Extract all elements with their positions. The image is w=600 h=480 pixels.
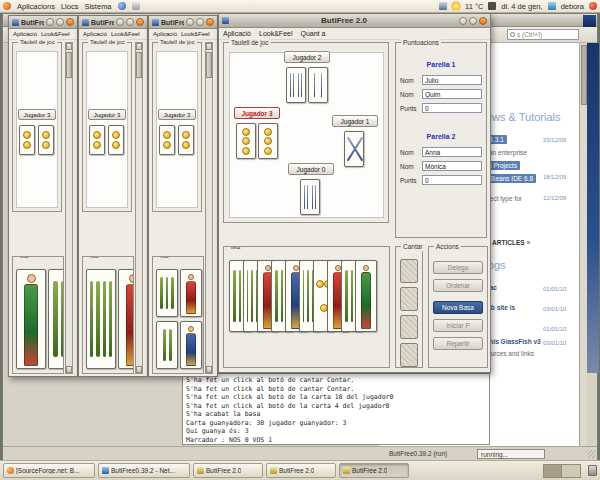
clock[interactable]: dl. 4 de gen, — [501, 2, 542, 11]
card-espases-crossed — [344, 131, 364, 167]
network-icon[interactable] — [488, 2, 496, 10]
console-line: S'ha fet un click al botó de la carta 4 … — [186, 402, 486, 411]
minimize-button[interactable] — [459, 17, 467, 25]
applications-menu[interactable]: Aplicacions — [17, 2, 55, 11]
card-espases — [286, 67, 306, 103]
pair2-punts-field[interactable]: 0 — [422, 175, 482, 185]
hand-card[interactable] — [86, 269, 116, 369]
minimize-button[interactable] — [116, 18, 124, 26]
weather-icon[interactable] — [452, 2, 460, 10]
player1-button[interactable]: Jugador 1 — [332, 115, 378, 127]
player3-button[interactable]: Jugador 3 — [158, 109, 196, 120]
titlebar[interactable]: ButiFree 2.0 — [79, 16, 147, 29]
hand-card[interactable] — [156, 269, 178, 317]
system-menu[interactable]: Sistema — [84, 2, 111, 11]
startpage-scrollbar[interactable] — [579, 43, 587, 446]
nova-basa-button[interactable]: Nova Basa — [433, 301, 483, 314]
hand-card[interactable] — [156, 321, 178, 369]
maximize-button[interactable] — [126, 18, 134, 26]
card-oros — [236, 123, 256, 159]
pair2-name2-field[interactable]: Mònica — [422, 161, 482, 171]
workspace-1[interactable] — [544, 465, 562, 477]
hand-label: Ma — [158, 256, 170, 261]
minimize-button[interactable] — [46, 18, 54, 26]
hand-card[interactable] — [16, 269, 46, 369]
window-scrollbar[interactable] — [205, 42, 213, 374]
close-button[interactable] — [206, 18, 214, 26]
cantar-card-button[interactable] — [400, 259, 418, 283]
hand-card[interactable] — [180, 321, 202, 369]
player2-button[interactable]: Jugador 2 — [284, 51, 330, 63]
window-decoration — [583, 15, 596, 27]
menu-aplicacio[interactable]: Aplicació — [83, 31, 107, 37]
task-sourceforge[interactable]: [SourceForge.net: B... — [3, 463, 95, 478]
repartir-button[interactable]: Repartir — [433, 337, 483, 350]
scores-panel: Puntuacions Parella 1 Nom Julio Nom Quim… — [395, 42, 487, 238]
titlebar[interactable]: ButiFree 2.0 — [9, 16, 77, 29]
menu-aplicacio[interactable]: Aplicació — [13, 31, 37, 37]
delego-button[interactable]: Delego — [433, 261, 483, 274]
pair1-name2-field[interactable]: Quim — [422, 89, 482, 99]
pair2-name1-field[interactable]: Anna — [422, 147, 482, 157]
minimize-button[interactable] — [186, 18, 194, 26]
player3-button[interactable]: Jugador 3 — [88, 109, 126, 120]
hand-card[interactable] — [118, 269, 134, 369]
board-label: Taulell de joc — [229, 38, 271, 47]
workspace-switcher[interactable] — [543, 464, 581, 478]
window-scrollbar[interactable] — [65, 42, 73, 374]
player3-button[interactable]: Jugador 3 — [234, 107, 280, 119]
iniciar-partida-button[interactable]: Iniciar P — [433, 319, 483, 332]
card-oros — [159, 125, 175, 155]
close-button[interactable] — [66, 18, 74, 26]
trash-icon[interactable] — [588, 465, 597, 476]
user-switcher[interactable]: debora — [561, 2, 584, 11]
cantar-card-button[interactable] — [400, 343, 418, 367]
resize-grip-icon[interactable] — [587, 450, 595, 458]
pair1-punts-field[interactable]: 0 — [422, 103, 482, 113]
maximize-button[interactable] — [469, 17, 477, 25]
task-butifree-1[interactable]: ButiFree 2.0 — [193, 463, 263, 478]
display-icon[interactable] — [439, 2, 447, 10]
titlebar[interactable]: ButiFree 2.0 — [219, 14, 490, 28]
window-scrollbar[interactable] — [135, 42, 143, 374]
distro-menu-icon[interactable] — [3, 2, 11, 10]
player0-button[interactable]: Jugador 0 — [288, 163, 334, 175]
task-label: [SourceForge.net: B... — [16, 467, 80, 474]
nom-label: Nom — [400, 163, 414, 170]
cantar-card-button[interactable] — [400, 315, 418, 339]
titlebar[interactable]: ButiFree 2.0 — [149, 16, 217, 29]
menu-lookfeel[interactable]: Look&Feel — [41, 31, 70, 37]
menu-aplicacio[interactable]: Aplicació — [223, 30, 251, 37]
quick-search-input[interactable]: s (Ctrl+I) — [507, 29, 579, 40]
window-title: ButiFree 2.0 — [91, 19, 114, 26]
article-date: 23/12/09 — [543, 137, 566, 143]
pair1-name1-field[interactable]: Julio — [422, 75, 482, 85]
menu-lookfeel[interactable]: Look&Feel — [111, 31, 140, 37]
close-button[interactable] — [136, 18, 144, 26]
menu-quanta[interactable]: Quant a — [300, 30, 325, 37]
maximize-button[interactable] — [196, 18, 204, 26]
running-label: running... — [481, 451, 508, 458]
ordenar-button[interactable]: Ordenar — [433, 279, 483, 292]
workspace-2[interactable] — [562, 465, 580, 477]
browser-launcher-icon[interactable] — [118, 2, 126, 10]
hand-card[interactable] — [180, 269, 202, 317]
menu-aplicacio[interactable]: Aplicació — [153, 31, 177, 37]
volume-icon[interactable] — [548, 2, 556, 10]
hand-card[interactable] — [48, 269, 64, 369]
places-menu[interactable]: Llocs — [61, 2, 79, 11]
task-netbeans[interactable]: ButiFree0.39.2 - Net... — [98, 463, 190, 478]
taskbar: [SourceForge.net: B... ButiFree0.39.2 - … — [0, 460, 600, 480]
player3-button[interactable]: Jugador 3 — [18, 109, 56, 120]
help-launcher-icon[interactable] — [132, 2, 140, 10]
maximize-button[interactable] — [56, 18, 64, 26]
task-butifree-2[interactable]: ButiFree 2.0 — [266, 463, 336, 478]
task-butifree-3[interactable]: ButiFree 2.0 — [339, 463, 409, 478]
card-oros — [89, 125, 105, 155]
cantar-card-button[interactable] — [400, 287, 418, 311]
menu-lookfeel[interactable]: Look&Feel — [259, 30, 292, 37]
power-icon[interactable] — [589, 2, 597, 10]
menu-lookfeel[interactable]: Look&Feel — [181, 31, 210, 37]
hand-card[interactable] — [355, 260, 377, 332]
close-button[interactable] — [479, 17, 487, 25]
